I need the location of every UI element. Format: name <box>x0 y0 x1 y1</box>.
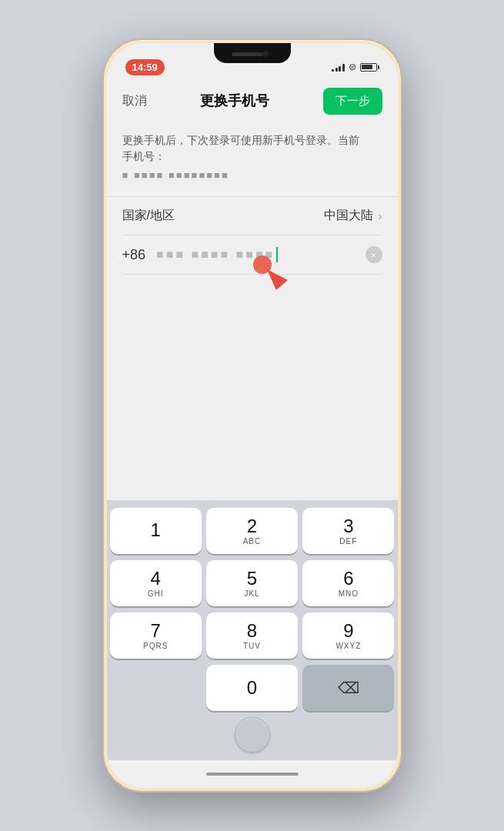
page-title: 更换手机号 <box>200 92 269 110</box>
home-indicator-bar <box>206 773 299 776</box>
key-1[interactable]: 1 <box>110 508 202 554</box>
cancel-button[interactable]: 取消 <box>122 93 147 109</box>
status-icons: ⊜ <box>332 62 379 72</box>
description-text: 更换手机后，下次登录可使用新手机号登录。当前手机号： <box>122 132 382 165</box>
status-time: 14:59 <box>125 59 165 75</box>
delete-icon: ⌫ <box>338 679 359 697</box>
key-5[interactable]: 5 JKL <box>206 560 298 606</box>
clear-button[interactable]: × <box>365 246 382 263</box>
key-delete[interactable]: ⌫ <box>302 665 394 711</box>
key-3[interactable]: 3 DEF <box>302 508 394 554</box>
battery-icon <box>360 63 379 72</box>
keyboard: 1 2 ABC 3 DEF <box>107 500 398 760</box>
key-4[interactable]: 4 GHI <box>110 560 202 606</box>
notch <box>214 43 291 63</box>
key-0[interactable]: 0 <box>206 665 298 711</box>
country-value: 中国大陆 <box>324 208 373 224</box>
speaker <box>232 52 262 56</box>
key-8[interactable]: 8 TUV <box>206 612 298 659</box>
country-value-wrap: 中国大陆 › <box>324 208 382 224</box>
svg-marker-1 <box>267 269 288 290</box>
country-row[interactable]: 国家/地区 中国大陆 › <box>122 197 382 235</box>
chevron-right-icon: › <box>378 209 382 223</box>
wifi-icon: ⊜ <box>349 62 356 72</box>
key-6[interactable]: 6 MNO <box>302 560 394 606</box>
keyboard-row-3: 7 PQRS 8 TUV 9 WXYZ <box>110 612 395 659</box>
key-empty <box>110 665 202 711</box>
country-code: +86 <box>122 247 146 263</box>
signal-icon <box>332 62 345 72</box>
country-label: 国家/地区 <box>122 208 175 224</box>
camera-dot <box>262 51 269 57</box>
current-phone-masked: ■ ■■■■ ■■■■■■■■ <box>122 169 382 181</box>
nav-bar: 取消 更换手机号 下一步 <box>107 82 398 120</box>
home-button-area <box>110 711 395 760</box>
home-button[interactable] <box>235 717 270 753</box>
cursor-pointer <box>245 248 288 293</box>
key-9[interactable]: 9 WXYZ <box>302 612 394 659</box>
bottom-home-indicator <box>107 760 398 788</box>
content-area: 更换手机后，下次登录可使用新手机号登录。当前手机号： ■ ■■■■ ■■■■■■… <box>107 120 398 500</box>
key-2[interactable]: 2 ABC <box>206 508 298 554</box>
phone-frame: 14:59 ⊜ <box>102 38 402 793</box>
phone-input-row[interactable]: +86 ■■■ ■■■■ ■■■■ × <box>122 235 382 275</box>
key-7[interactable]: 7 PQRS <box>110 612 202 659</box>
status-bar: 14:59 ⊜ <box>107 43 398 82</box>
keyboard-row-4: 0 ⌫ <box>110 665 395 711</box>
keyboard-row-2: 4 GHI 5 JKL 6 MNO <box>110 560 395 606</box>
keyboard-row-1: 1 2 ABC 3 DEF <box>110 508 395 554</box>
next-button[interactable]: 下一步 <box>323 88 382 115</box>
